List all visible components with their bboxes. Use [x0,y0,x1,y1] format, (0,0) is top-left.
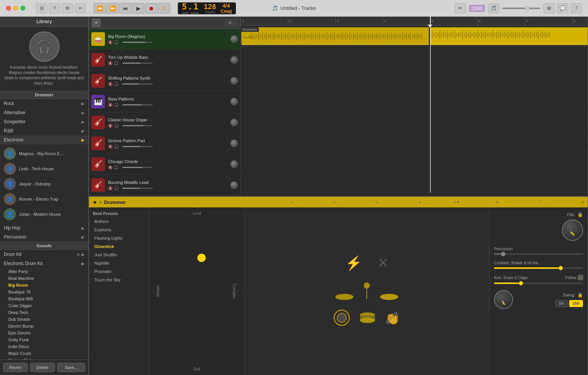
track-knob-organ[interactable] [230,119,238,126]
track-knob-chicago[interactable] [230,160,238,168]
volume-slider-synth[interactable] [122,83,153,85]
drummer-entry-leah[interactable]: 👤 Leah - Tech House [0,161,88,176]
chat-btn[interactable]: 💬 [557,3,568,13]
sound-epic-electro[interactable]: Epic Electro [5,329,88,336]
kick-slider[interactable] [494,282,583,284]
drum-kit-row[interactable]: Drum Kit ⊕ ▶ [0,250,88,259]
track-row-synth[interactable]: 🎸 Shifting Patterns Synth 🔇 🎧 [89,71,240,91]
electronic-drum-kit-row[interactable]: Electronic Drum Kit ▶ [0,259,88,268]
sound-electro-bump[interactable]: Electro Bump [5,323,88,329]
browser-btn[interactable]: ⊞ [543,3,555,13]
preset-nightlife[interactable]: Nightlife [89,259,149,267]
sound-major-crush[interactable]: Major Crush [5,350,88,357]
volume-slider-wobble[interactable] [122,63,153,64]
volume-slider-groove[interactable] [122,146,153,147]
volume-slider-buzzing[interactable] [122,188,153,189]
region-drummer-right[interactable] [430,27,588,45]
delete-button[interactable]: Delete [30,363,55,372]
track-row-buzzing[interactable]: 🎸 Buzzing Metallic Lead 🔇 🎧 [89,175,240,196]
headphones-btn-groove[interactable]: 🎧 [114,144,119,149]
sound-dub-smash[interactable]: Dub Smash [5,316,88,323]
back-btn[interactable]: ⏮ [119,3,131,14]
cycle-btn[interactable]: ↻ [158,3,170,14]
pencil-btn[interactable]: ✏ [455,3,466,13]
region-drummer-left[interactable]: Drummer [241,27,429,45]
volume-slider-drummer[interactable] [122,42,153,43]
mute-btn-bass[interactable]: 🔇 [108,103,113,107]
minimize-button[interactable] [13,6,18,11]
track-row-chicago[interactable]: 🎸 Chicago Chords 🔇 🎧 [89,154,240,175]
drummer-entry-jasper[interactable]: 👤 Jasper - Dubstep [0,176,88,191]
preset-touch-sky[interactable]: Touch the Sky [89,276,149,284]
category-alternative[interactable]: Alternative ▶ [0,108,88,117]
sound-crate-digger[interactable]: Crate Digger [5,302,88,309]
drummer-pad[interactable]: Loud Soft Simple Complex [150,207,244,375]
headphones-btn-organ[interactable]: 🎧 [114,124,119,128]
instrument-lightning[interactable]: ⚡ [345,255,362,271]
record-btn[interactable]: ⏺ [145,3,157,14]
track-knob-drummer[interactable] [230,35,238,43]
mute-btn-organ[interactable]: 🔇 [108,124,113,128]
mute-btn-chicago[interactable]: 🔇 [108,165,113,169]
category-rock[interactable]: Rock ▶ [0,99,88,108]
mute-btn-wobble[interactable]: 🔇 [108,61,113,65]
mute-btn-synth[interactable]: 🔇 [108,82,113,86]
preset-euphoria[interactable]: Euphoria [89,226,149,234]
maximize-button[interactable] [20,6,25,11]
preset-prismatic[interactable]: Prismatic [89,267,149,276]
track-knob-groove[interactable] [230,140,238,147]
instrument-cross[interactable]: ✕ [377,255,389,271]
track-row-organ[interactable]: 🎸 Classic House Organ 🔇 🎧 [89,112,240,133]
sound-modern-club[interactable]: Modern Club [5,357,88,359]
follow-check-input[interactable]: ✓ [578,275,583,280]
scissors-btn[interactable]: ✂ [75,3,86,13]
save-button[interactable]: Save... [57,363,85,372]
mute-btn-buzzing[interactable]: 🔇 [108,186,113,190]
headphones-btn-drummer[interactable]: 🎧 [114,40,119,44]
track-knob-synth[interactable] [230,77,238,85]
instrument-cymbal[interactable] [335,293,354,302]
rewind-btn[interactable]: ⏪ [94,3,106,14]
settings-btn[interactable]: ⚙ [62,3,73,13]
category-hiphop[interactable]: Hip Hop ▶ [0,223,88,232]
track-knob-buzzing[interactable] [230,181,238,189]
headphones-btn-buzzing[interactable]: 🎧 [114,186,119,190]
sound-boutique-78[interactable]: Boutique 78 [5,289,88,295]
share-btn[interactable]: ⤴ [571,3,582,13]
mute-btn-groove[interactable]: 🔇 [108,144,113,149]
drummer-entry-ronnie[interactable]: 👤 Ronnie - Electro Trap [0,191,88,207]
sound-boutique-808[interactable]: Boutique 808 [5,295,88,302]
volume-slider-bass[interactable] [122,104,153,105]
preset-flashing[interactable]: Flashing Lights [89,234,149,242]
add-track-button[interactable]: + [92,19,100,27]
headphones-btn-wobble[interactable]: 🎧 [114,61,119,65]
category-songwriter[interactable]: Songwriter ▶ [0,117,88,126]
master-volume-slider[interactable] [502,8,540,9]
track-row-wobble[interactable]: 🎸 Torn Up Wobble Bass 🔇 🎧 [89,50,240,71]
volume-slider-organ[interactable] [122,125,153,126]
preset-anthem[interactable]: Anthem [89,217,149,226]
pad-dot[interactable] [197,254,206,262]
sound-after-party[interactable]: After Party [5,268,88,275]
note-16th[interactable]: 16th [569,300,583,307]
revert-button[interactable]: Revert [3,363,28,372]
category-rnb[interactable]: R&B ▶ [0,126,88,135]
sound-big-room[interactable]: Big Room [5,282,88,289]
drummer-entry-magnus[interactable]: 👤 Magnus - Big Room E... [0,146,88,161]
instrument-kick[interactable] [333,309,350,327]
play-btn[interactable]: ▶ [132,3,144,14]
sound-indie-disco[interactable]: Indie Disco [5,343,88,350]
category-electronic[interactable]: Electronic ▶ [0,135,88,144]
volume-slider-chicago[interactable] [122,167,153,168]
smart-tempo-btn[interactable]: 1234 [469,5,485,12]
headphones-btn-synth[interactable]: 🎧 [114,82,119,86]
instrument-snare[interactable] [359,312,376,325]
drummer-entry-julian[interactable]: 👤 Julian - Modern House [0,207,88,222]
mute-btn-drummer[interactable]: 🔇 [108,40,113,44]
swing-knob[interactable] [494,290,513,309]
note-8th[interactable]: 8th [555,300,568,307]
help-btn[interactable]: ? [49,3,60,13]
preset-glowstick[interactable]: Glowstick [89,242,149,251]
track-row-drummer[interactable]: 🥁 Big Room (Magnus) 🔇 🎧 [89,29,240,50]
track-row-groove[interactable]: 🎸 Groove Pattern Pad 🔇 🎧 [89,133,240,154]
